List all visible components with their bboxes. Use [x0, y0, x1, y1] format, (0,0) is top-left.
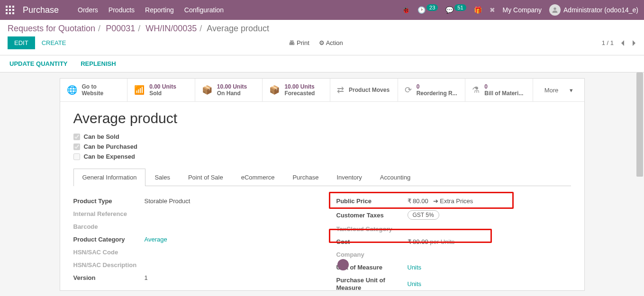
can-be-sold[interactable]: Can be Sold — [73, 133, 571, 140]
apps-icon[interactable] — [6, 6, 14, 14]
tab-accounting[interactable]: Accounting — [371, 169, 419, 186]
value-uom[interactable]: Units — [408, 264, 422, 271]
label-product-type: Product Type — [73, 197, 145, 205]
label-purchase-uom: Purchase Unit of Measure — [336, 277, 408, 291]
globe-icon: 🌐 — [67, 85, 77, 95]
activity-icon[interactable]: 🕑23 — [417, 6, 438, 14]
stat-bom[interactable]: ⚗0Bill of Materi... — [465, 79, 533, 101]
breadcrumb-po[interactable]: P00031 — [106, 24, 135, 33]
tab-purchase[interactable]: Purchase — [283, 169, 327, 186]
flask-icon: ⚗ — [472, 85, 480, 95]
value-product-type: Storable Product — [145, 197, 190, 205]
stat-more[interactable]: More ▾ — [533, 79, 584, 101]
replenish-button[interactable]: REPLENISH — [81, 60, 116, 67]
highlight-public-price — [329, 192, 514, 209]
messaging-icon[interactable]: 💬51 — [445, 6, 466, 14]
label-company: Company — [336, 251, 408, 258]
label-internal-ref: Internal Reference — [73, 210, 145, 217]
bug-icon[interactable]: 🐞 — [402, 6, 410, 14]
label-category: Product Category — [73, 236, 145, 243]
can-be-purchased[interactable]: Can be Purchased — [73, 143, 571, 150]
value-version: 1 — [145, 274, 148, 281]
update-quantity-button[interactable]: UPDATE QUANTITY — [9, 60, 68, 67]
menu-orders[interactable]: Orders — [78, 6, 98, 14]
user-menu[interactable]: Administrator (odoo14_e) — [549, 4, 638, 16]
label-barcode: Barcode — [73, 223, 145, 230]
top-menu-bar: Purchase Orders Products Reporting Confi… — [0, 0, 644, 20]
right-column: Public Price₹ 80.00➔ Extra Prices Custom… — [336, 195, 571, 291]
product-name: Average product — [73, 110, 571, 126]
exchange-icon: ⇄ — [337, 85, 344, 95]
label-hsn-desc: HSN/SAC Description — [73, 261, 145, 269]
action-button[interactable]: ⚙ Action — [319, 39, 343, 46]
control-panel: Requests for Quotation/ P00031/ WH/IN/00… — [0, 20, 644, 55]
cursor-indicator — [337, 259, 349, 270]
stat-sold[interactable]: 📶0.00 UnitsSold — [127, 79, 195, 101]
create-button[interactable]: CREATE — [42, 39, 66, 46]
label-version: Version — [73, 274, 145, 281]
pager-count: 1 / 1 — [602, 39, 614, 46]
breadcrumb-current: Average product — [207, 24, 269, 33]
stat-onhand[interactable]: 📦10.00 UnitsOn Hand — [195, 79, 263, 101]
boxes-icon: 📦 — [202, 85, 212, 95]
status-bar: UPDATE QUANTITY REPLENISH — [0, 55, 644, 72]
main-menu: Orders Products Reporting Configuration — [78, 6, 224, 14]
value-purchase-uom[interactable]: Units — [408, 280, 422, 287]
label-hsn: HSN/SAC Code — [73, 249, 145, 256]
notebook-tabs: General Information Sales Point of Sale … — [73, 169, 571, 186]
gift-icon[interactable]: 🎁 — [474, 6, 482, 14]
value-category[interactable]: Average — [145, 236, 167, 243]
edit-button[interactable]: EDIT — [8, 36, 35, 49]
stat-buttons: 🌐Go toWebsite 📶0.00 UnitsSold 📦10.00 Uni… — [60, 79, 584, 102]
can-be-expensed[interactable]: Can be Expensed — [73, 153, 571, 160]
company-switcher[interactable]: My Company — [503, 6, 542, 14]
caret-down-icon: ▾ — [570, 87, 573, 94]
tools-icon[interactable]: ✖ — [490, 6, 495, 14]
breadcrumb-transfer[interactable]: WH/IN/00035 — [145, 24, 197, 33]
menu-reporting[interactable]: Reporting — [145, 6, 174, 14]
breadcrumb: Requests for Quotation/ P00031/ WH/IN/00… — [8, 24, 636, 34]
form-view: 🌐Go toWebsite 📶0.00 UnitsSold 📦10.00 Uni… — [0, 72, 644, 291]
tab-ecommerce[interactable]: eCommerce — [232, 169, 284, 186]
form-sheet: 🌐Go toWebsite 📶0.00 UnitsSold 📦10.00 Uni… — [60, 78, 585, 291]
print-button[interactable]: 🖶 Print — [289, 39, 309, 46]
chart-icon: 📶 — [134, 85, 145, 95]
tab-inventory[interactable]: Inventory — [327, 169, 371, 186]
stat-forecast[interactable]: 📦10.00 UnitsForecasted — [263, 79, 330, 101]
stat-moves[interactable]: ⇄Product Moves — [330, 79, 398, 101]
app-name: Purchase — [23, 5, 59, 15]
breadcrumb-rfq[interactable]: Requests for Quotation — [8, 24, 95, 33]
scrollbar[interactable] — [636, 72, 643, 177]
user-name: Administrator (odoo14_e) — [563, 6, 638, 14]
svg-point-0 — [553, 8, 556, 10]
left-column: Product TypeStorable Product Internal Re… — [73, 195, 308, 291]
pager-prev-icon[interactable] — [620, 40, 625, 46]
avatar-icon — [549, 4, 561, 16]
label-customer-taxes: Customer Taxes — [336, 212, 408, 219]
pager-next-icon[interactable] — [632, 40, 636, 46]
highlight-cost — [329, 229, 492, 243]
stat-website[interactable]: 🌐Go toWebsite — [60, 79, 128, 101]
boxes-icon: 📦 — [269, 85, 280, 95]
pager: 1 / 1 — [602, 39, 636, 46]
refresh-icon: ⟳ — [405, 85, 412, 95]
value-customer-taxes: GST 5% — [408, 210, 439, 220]
menu-configuration[interactable]: Configuration — [184, 6, 224, 14]
tab-sales[interactable]: Sales — [145, 169, 179, 186]
stat-reorder[interactable]: ⟳0Reordering R... — [398, 79, 466, 101]
systray: 🐞 🕑23 💬51 🎁 ✖ My Company Administrator (… — [402, 4, 638, 16]
tab-general[interactable]: General Information — [73, 169, 146, 186]
menu-products[interactable]: Products — [109, 6, 135, 14]
tab-pos[interactable]: Point of Sale — [179, 169, 232, 186]
